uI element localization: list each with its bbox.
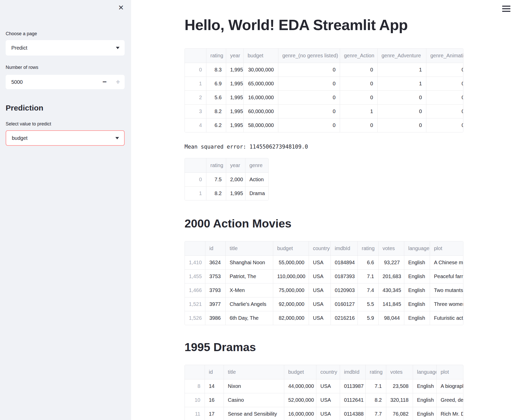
cell: 0160127 [331,297,357,311]
column-header-genre_Adventure: genre_Adventure [377,49,426,63]
cell: 1,995 [226,77,243,90]
cell: 0 [278,118,340,132]
rows-input-label: Number of rows [6,64,125,71]
cell: 3624 [205,255,225,269]
cell: Nixon [224,379,284,393]
cell: 1,995 [226,104,243,118]
cell: English [413,379,436,393]
cell: 1,995 [226,118,243,132]
table-row: 46.21,99558,000,0000000 [185,118,463,132]
cell: 16 [205,393,224,407]
header-row: ratingyeargenre [185,158,268,172]
action-movies-heading: 2000 Action Movies [185,216,514,231]
cell: 1,995 [226,90,243,104]
sidebar-close-button[interactable]: ✕ [116,4,125,12]
cell: 3977 [205,297,225,311]
cell: 0 [377,118,426,132]
cell: 3753 [205,269,225,283]
cell: Action [245,172,268,186]
cell: 0 [340,118,377,132]
cell: 201,683 [378,269,404,283]
column-header-rating: rating [206,49,226,63]
cell: 7.7 [365,407,386,420]
close-icon: ✕ [118,4,124,12]
row-index-cell: 1,410 [185,255,205,269]
decrement-button[interactable]: − [98,75,111,89]
column-header-rating: rating [365,365,386,379]
table-row: 08.31,99530,000,0000010 [185,63,463,77]
rows-input-field[interactable] [11,79,68,85]
cell: 0 [278,90,340,104]
cell: 0 [426,63,463,77]
table-row: 1,5213977Charlie's Angels92,000,000USA01… [185,297,463,311]
increment-button[interactable]: + [111,75,125,89]
page-selectbox-value: Predict [11,45,27,51]
cell: USA [316,393,340,407]
cell: Futuristic action [430,311,463,325]
column-header-language: language [404,241,430,255]
column-header-id: id [205,365,224,379]
cell: Peaceful farmer [430,269,463,283]
cell: Sense and Sensibility [224,407,284,420]
column-header-language: language [413,365,436,379]
cell: 58,000,000 [243,118,278,132]
header-row: idtitlebudgetcountryimdbIdratingvoteslan… [185,365,463,379]
cell: USA [309,283,331,297]
cell: 0 [426,104,463,118]
column-header-plot: plot [430,241,463,255]
cell: English [404,283,430,297]
row-index-cell: 11 [185,407,205,420]
cell: English [404,255,430,269]
cell: 0 [426,118,463,132]
index-column-header [185,365,205,379]
cell: 0 [377,104,426,118]
column-header-budget: budget [243,49,278,63]
table-row: 814Nixon44,000,000USA01139877.123,508Eng… [185,379,463,393]
cell: 76,082 [386,407,413,420]
cell: 6.2 [206,118,226,132]
plus-icon: + [116,78,120,86]
cell: 14 [205,379,224,393]
column-header-votes: votes [378,241,404,255]
table-row: 38.21,99560,000,0000100 [185,104,463,118]
cell: 7.4 [357,283,378,297]
cell: 7.1 [365,379,386,393]
index-column-header [185,158,206,172]
cell: Three women, de [430,297,463,311]
row-index-cell: 1,466 [185,283,205,297]
row-index-cell: 0 [185,63,206,77]
column-header-genre_Animation: genre_Animation [426,49,463,63]
table-row: 07.52,000Action [185,172,268,186]
cell: 92,000,000 [273,297,309,311]
cell: 2,000 [226,172,245,186]
cell: 0113987 [340,379,365,393]
cell: 8.2 [365,393,386,407]
dataframe-table: idtitlebudgetcountryimdbIdratingvoteslan… [185,365,463,420]
column-header-genre_(no genres listed): genre_(no genres listed) [278,49,340,63]
row-index-cell: 1 [185,186,206,200]
row-index-cell: 2 [185,90,206,104]
cell: 0120903 [331,283,357,297]
dramas-dataframe: idtitlebudgetcountryimdbIdratingvoteslan… [185,365,463,420]
sidebar: ✕ Choose a page Predict Number of rows −… [0,0,131,420]
cell: 5.9 [357,311,378,325]
cell: Greed, dece [436,393,463,407]
column-header-rating: rating [206,158,226,172]
cell: 7.5 [206,172,226,186]
predict-selectbox[interactable]: budget [6,130,125,146]
mse-text: Mean squared error: 1145506273948109.0 [185,143,514,150]
column-header-title: title [225,241,273,255]
page-selectbox[interactable]: Predict [6,40,125,56]
cell: 6th Day, The [225,311,273,325]
cell: 0 [278,77,340,90]
table-row: 1,4103624Shanghai Noon55,000,000USA01848… [185,255,463,269]
table-row: 1016Casino52,000,000USA01126418.2320,118… [185,393,463,407]
predict-selectbox-value: budget [12,135,27,141]
cell: 1 [377,63,426,77]
stepper-buttons: − + [98,75,125,89]
cell: Casino [224,393,284,407]
column-header-year: year [226,158,245,172]
cell: 0184894 [331,255,357,269]
row-index-cell: 4 [185,118,206,132]
chevron-down-icon [115,137,119,139]
